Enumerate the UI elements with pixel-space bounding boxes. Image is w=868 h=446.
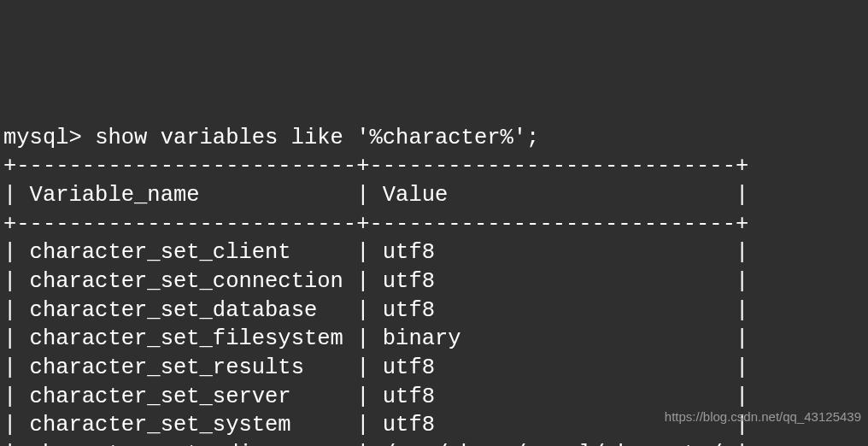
mysql-prompt: mysql>: [3, 126, 95, 150]
sql-command: show variables like '%character%';: [95, 126, 539, 150]
watermark: https://blog.csdn.net/qq_43125439: [665, 408, 861, 425]
table-header-row: | Variable_name | Value |: [3, 183, 748, 208]
table-border-mid: +--------------------------+------------…: [3, 212, 748, 237]
table-body: | character_set_client | utf8 | | charac…: [3, 240, 748, 446]
table-border-top: +--------------------------+------------…: [3, 154, 748, 179]
terminal-output: mysql> show variables like '%character%'…: [3, 124, 865, 446]
